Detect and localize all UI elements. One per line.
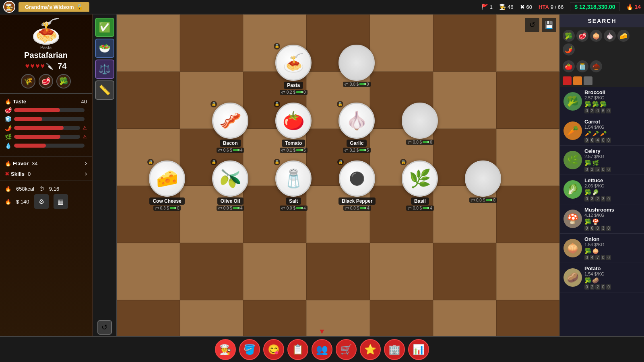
skills-row[interactable]: ✖ Skills 0 ›: [0, 169, 92, 179]
filter-tomato[interactable]: 🍅: [563, 60, 575, 72]
right-ingredient-lettuce[interactable]: 🥬 Lettuce 2.06 $/KG 🥦 🥬 0 3 2 3 0: [560, 175, 644, 204]
empty-slot-1[interactable]: 🏷 0.0 $0: [339, 45, 375, 87]
ingredient-cow-cheese[interactable]: 🔒 🧀 Cow Cheese 🏷 0.3 $0: [149, 160, 185, 211]
onion-info: Onion 1.54 $/KG 🥦 🧅 0 4 7 0 0: [584, 236, 641, 260]
board-cell[interactable]: [306, 243, 369, 300]
board-cell[interactable]: [117, 72, 180, 129]
reset-button[interactable]: ↺: [525, 18, 539, 32]
ingredient-icons: 🌾 🥩 🥦: [3, 74, 89, 88]
broccoli-n2: 2: [590, 108, 595, 113]
potato-info: Potato 1.54 $/KG 🥦 🥔 0 2 2 0 0: [584, 265, 641, 290]
progress-meat: [14, 108, 85, 112]
cow-cheese-label: Cow Cheese: [149, 197, 184, 205]
qr-button[interactable]: ▦: [54, 194, 68, 209]
action-btn-scale[interactable]: 📏: [95, 80, 114, 100]
lock-icon: 🔒: [76, 4, 83, 10]
fire-count: 🔥 14: [626, 4, 641, 10]
empty-slot-3[interactable]: 🏷 0.0 $0: [465, 160, 501, 203]
empty-slot-2[interactable]: 🏷 0.0 $0: [402, 103, 438, 145]
potato-n5: 0: [606, 284, 611, 290]
share-button[interactable]: ⚙: [34, 194, 49, 209]
board-cell[interactable]: [117, 14, 180, 72]
progress-veg: [14, 135, 80, 139]
filter-veg[interactable]: 🥦: [563, 30, 575, 42]
board-cell[interactable]: [496, 186, 559, 243]
game-tab[interactable]: Grandma's Widsom 🔒: [19, 2, 89, 12]
main-board[interactable]: .cell-b { display:block; } // Generate c…: [117, 14, 559, 362]
garlic-stats: 🏷 0.2 $5: [343, 148, 371, 153]
ingredient-tomato[interactable]: 🔒 🍅 Tomato 🏷 0.1 $5: [275, 103, 312, 153]
board-cell[interactable]: [433, 243, 496, 300]
board-cell[interactable]: [433, 72, 496, 129]
chef-stars: ♥ ♥ ♥ ♥ 🔪 74: [3, 62, 89, 71]
garlic-stat-pill: 🏷 0.2 $5: [343, 148, 371, 153]
ingredient-garlic[interactable]: 🔒 🧄 Garlic 🏷 0.2 $5: [339, 103, 375, 153]
flavor-row[interactable]: 🔥 Flavor 34 ›: [0, 158, 92, 169]
celery-n5: 0: [606, 167, 611, 172]
filter-jar[interactable]: 🫙: [576, 60, 588, 72]
board-cell[interactable]: [433, 14, 496, 72]
bottom-btn-people[interactable]: 👥: [312, 339, 332, 360]
avatar[interactable]: 👨‍🍳: [3, 1, 15, 13]
filter-garlic[interactable]: 🧄: [604, 30, 616, 42]
filter-cheese[interactable]: 🧀: [617, 30, 630, 42]
filter-onion[interactable]: 🧅: [590, 30, 602, 42]
bottom-btn-building[interactable]: 🏢: [384, 339, 405, 360]
action-btn-check[interactable]: ✅: [95, 18, 114, 37]
right-ingredient-celery[interactable]: 🌿 Celery 2.57 $/KG 🥦 🌿 0 3 5 0 0: [560, 146, 644, 175]
board-cell[interactable]: [117, 243, 180, 300]
ingredient-salt[interactable]: 🔒 🧂 Salt 🏷 0.0 $4: [275, 160, 312, 211]
ingredient-bacon[interactable]: 🔒 🥓 Bacon 🏷 0.6 $4: [212, 103, 248, 153]
board-cell[interactable]: [370, 243, 433, 300]
lettuce-n5: 0: [606, 196, 611, 202]
ingredient-basil[interactable]: 🔒 🌿 Basil 🏷 0.0 $4: [402, 160, 438, 211]
ing-badge-veg: 🥦: [56, 74, 71, 88]
onion-tag-1: 🥦: [584, 248, 591, 254]
board-cell[interactable]: [180, 243, 243, 300]
filter-chili[interactable]: 🌶️: [563, 43, 575, 56]
board-cell[interactable]: [180, 14, 243, 72]
olive-oil-stat-pill: 🏷 0.0 $4: [217, 206, 244, 211]
carrot-name: Carrot: [584, 119, 641, 125]
undo-button[interactable]: ↺: [97, 320, 112, 335]
onion-price: 1.54 $/KG: [584, 242, 641, 247]
broccoli-tag-3: 🥦: [600, 101, 607, 107]
filter-nut[interactable]: 🌰: [590, 60, 602, 72]
bottom-btn-chef[interactable]: 👨‍🍳: [215, 339, 236, 360]
taste-label: 🔥 Taste: [5, 99, 33, 105]
carrot-price: 1.54 $/KG: [584, 125, 641, 130]
board-cell[interactable]: [496, 129, 559, 186]
board-cell[interactable]: [243, 243, 306, 300]
board-cell[interactable]: [496, 243, 559, 300]
right-ingredient-mushrooms[interactable]: 🍄 Mushrooms 4.12 $/KG 🥦 🍄 0 0 0 3 0: [560, 204, 644, 234]
potato-n4: 0: [601, 284, 606, 290]
color-filter-red[interactable]: [563, 76, 572, 85]
right-ingredient-carrot[interactable]: 🥕 Carrot 1.54 $/KG 🥕 🥕 🥕 0 6 4 0 0: [560, 116, 644, 146]
bottom-btn-pot[interactable]: 🪣: [239, 339, 260, 360]
action-btn-balance[interactable]: ⚖️: [95, 60, 114, 79]
action-btn-salad[interactable]: 🥗: [95, 39, 114, 58]
bottom-btn-chart[interactable]: 📊: [408, 339, 429, 360]
bottom-btn-star[interactable]: ⭐: [360, 339, 381, 360]
right-ingredient-onion[interactable]: 🧅 Onion 1.54 $/KG 🥦 🧅 0 4 7 0 0: [560, 234, 644, 263]
mushrooms-tag-2: 🍄: [592, 218, 599, 225]
bottom-btn-taste[interactable]: 😋: [263, 339, 284, 360]
right-ingredient-potato[interactable]: 🥔 Potato 1.54 $/KG 🥦 🥔 0 2 2 0 0: [560, 263, 644, 292]
color-filter-orange[interactable]: [573, 76, 582, 85]
potato-tag-1: 🥦: [584, 277, 591, 284]
right-ingredient-broccoli[interactable]: 🥦 Broccoli 2.57 $/KG 🥦 🥦 🥦 0 2 0 6 0: [560, 87, 644, 116]
board-save-button[interactable]: 💾: [542, 18, 556, 32]
progress-spice: [14, 126, 80, 130]
board-cell[interactable]: [370, 14, 433, 72]
time-value: 9.16: [49, 186, 59, 192]
ingredient-pasta[interactable]: 🔒 🍝 Pasta 🏷 0.2 $0: [275, 45, 312, 95]
bottom-btn-menu[interactable]: 📋: [287, 339, 308, 360]
bottom-btn-shop[interactable]: 🛒: [336, 339, 357, 360]
filter-meat[interactable]: 🥩: [576, 30, 588, 42]
ingredient-olive-oil[interactable]: 🔒 🫒 Olive Oil 🏷 0.0 $4: [212, 160, 248, 211]
ingredient-black-pepper[interactable]: 🔒 ⚫ Black Pepper 🏷 0.0 $4: [339, 160, 376, 211]
broccoli-circle: 🥦: [564, 92, 582, 111]
potato-nums: 0 2 2 0 0: [584, 284, 641, 290]
color-filter-gray[interactable]: [584, 76, 592, 85]
board-cell[interactable]: [496, 72, 559, 129]
